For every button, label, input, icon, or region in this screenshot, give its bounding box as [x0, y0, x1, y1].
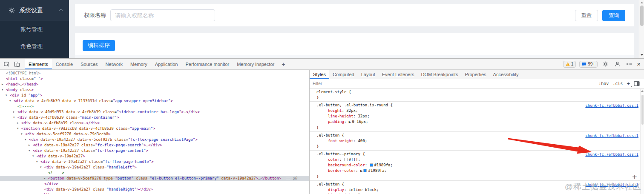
scroll-thumb[interactable] — [640, 6, 644, 26]
css-property[interactable]: ✓color: #fff; — [316, 157, 640, 163]
expander-open-icon[interactable]: ▾ — [36, 159, 38, 165]
expander-open-icon[interactable]: ▾ — [13, 115, 15, 120]
styles-tab-computed[interactable]: Computed — [329, 70, 358, 79]
edit-sort-button[interactable]: 编辑排序 — [83, 40, 115, 51]
expander-closed-icon[interactable]: ▸ — [17, 120, 19, 126]
dom-tree-row[interactable]: ▾<div data-v-19a42a27 class="fc-flex-pag… — [0, 148, 309, 154]
content-panel: 编辑排序 — [75, 33, 634, 58]
color-swatch[interactable] — [363, 169, 367, 172]
css-property[interactable]: font-weight: 400; — [316, 138, 640, 144]
expander-open-icon[interactable]: ▾ — [25, 137, 26, 143]
new-tool-plus-icon[interactable]: + — [278, 59, 288, 69]
dom-tree-row[interactable]: ▾<div data-v-5cef9276 data-v-79d3ccb8> — [0, 131, 309, 137]
devtools-toolbar: ElementsConsoleSourcesNetworkMemoryAppli… — [0, 59, 644, 70]
css-property[interactable]: line-height: 32px; — [316, 114, 640, 119]
expander-open-icon[interactable]: ▾ — [40, 165, 42, 170]
styles-scroll-thumb[interactable] — [641, 95, 644, 125]
dom-tree-row[interactable]: ▾<div data-v-4cfb8b39 data-v-7133631d cl… — [0, 98, 309, 104]
dom-tree-row[interactable]: ▾<div data-v-4cfb8b39 class="main-contai… — [0, 115, 309, 120]
new-style-rule-button[interactable]: + — [627, 80, 630, 87]
reset-button[interactable]: 重置 — [575, 10, 598, 21]
sidebar-item[interactable]: 账号管理 — [0, 21, 69, 38]
expander-open-icon[interactable]: ▾ — [2, 87, 3, 93]
add-rule-plus[interactable]: + — [632, 174, 637, 180]
styles-tab-event-listeners[interactable]: Event Listeners — [379, 70, 418, 79]
devtools-tab-performance-monitor[interactable]: Performance monitor — [181, 59, 233, 69]
styles-filter-input[interactable] — [313, 81, 595, 86]
sidebar-menu-system-settings[interactable]: 系统设置 — [0, 0, 69, 21]
inspect-element-icon[interactable] — [3, 60, 11, 68]
styles-tab-accessibility[interactable]: Accessibility — [490, 70, 522, 79]
css-property[interactable]: ✓border-color: ▶ #1989fa; — [316, 168, 640, 174]
dom-tree-row[interactable]: ▾<div data-v-19a42a27 data-v-5cef9276 cl… — [0, 137, 309, 143]
sidebar-items: 账号管理角色管理 — [0, 21, 69, 55]
settings-gear-icon[interactable] — [601, 60, 610, 68]
css-property[interactable]: padding: ▶ 0 16px; — [316, 119, 640, 125]
dock-sidebar-icon[interactable] — [634, 81, 640, 86]
permission-name-input[interactable] — [110, 9, 215, 21]
dom-tree-row[interactable]: <!----> — [0, 170, 309, 176]
dom-tree-row[interactable]: ▸<div data-v-19a42a27 class="fc-flex-pag… — [0, 143, 309, 148]
dom-tree-row[interactable]: </div> — [0, 181, 309, 187]
rule-selector: element.style { — [316, 89, 640, 95]
dom-tree-row[interactable]: ▸<div data-v-40d9d953 data-v-4cfb8b39 cl… — [0, 109, 309, 115]
profile-icon[interactable] — [613, 60, 621, 68]
devtools-tab-sources[interactable]: Sources — [77, 59, 101, 69]
expander-closed-icon[interactable]: ▸ — [44, 176, 46, 181]
devtools-tab-network[interactable]: Network — [102, 59, 126, 69]
expander-open-icon[interactable]: ▾ — [32, 154, 34, 159]
expander-closed-icon[interactable]: ▸ — [2, 82, 3, 87]
dom-tree-row[interactable]: ▾<div id="app"> — [0, 93, 309, 98]
color-swatch[interactable] — [344, 158, 348, 161]
expander-closed-icon[interactable]: ▸ — [29, 143, 30, 148]
expander-open-icon[interactable]: ▾ — [9, 98, 11, 104]
expander-open-icon[interactable]: ▾ — [21, 131, 23, 137]
page-scrollbar[interactable] — [639, 0, 644, 58]
dom-tree-row[interactable]: <html class=" "> — [0, 76, 309, 82]
dom-tree-row[interactable]: ▸<button data-v-5cef9276 type="button" c… — [0, 176, 309, 181]
toggle-hover-state-button[interactable]: :hov — [598, 81, 609, 86]
devtools-tab-application[interactable]: Application — [151, 59, 182, 69]
expand-value-icon[interactable]: ▶ — [360, 169, 364, 173]
dom-tree-row[interactable]: ▸<div data-v-4cfb8b39 class>…</div> — [0, 120, 309, 126]
dom-tree-row[interactable]: <div data-v-19a42a27 class="handleRight"… — [0, 187, 309, 192]
dom-tree-row[interactable]: ▾<section data-v-79d3ccb8 data-v-4cfb8b3… — [0, 126, 309, 131]
color-swatch[interactable] — [370, 163, 373, 167]
styles-tab-styles[interactable]: Styles — [310, 70, 329, 79]
expander-open-icon[interactable]: ▾ — [29, 148, 30, 154]
styles-tab-dom-breakpoints[interactable]: DOM Breakpoints — [418, 70, 462, 79]
message-badge[interactable]: 99+ — [579, 61, 598, 68]
warning-badge[interactable]: 1 — [563, 61, 576, 68]
devtools-tab-memory[interactable]: Memory — [126, 59, 151, 69]
toggle-class-button[interactable]: .cls — [612, 81, 623, 86]
sidebar-item[interactable]: 角色管理 — [0, 38, 69, 55]
styles-tab-properties[interactable]: Properties — [461, 70, 489, 79]
dom-tree-row[interactable]: </div> — [0, 192, 309, 194]
chevron-up-icon — [59, 9, 63, 13]
dom-tree-row[interactable]: <!DOCTYPE html> — [0, 71, 309, 76]
dom-tree-row[interactable]: <!----> — [0, 104, 309, 109]
close-icon[interactable]: × — [637, 61, 641, 67]
dom-tree-row[interactable]: ▸<head>…</head> — [0, 82, 309, 87]
styles-tab-layout[interactable]: Layout — [358, 70, 379, 79]
scroll-up-arrow[interactable] — [641, 2, 643, 3]
query-button[interactable]: 查询 — [602, 10, 625, 21]
expander-open-icon[interactable]: ▾ — [17, 126, 19, 131]
dom-tree-row[interactable]: ▾<div data-v-19a42a27 class="fc-flex-pag… — [0, 159, 309, 165]
device-toolbar-icon[interactable] — [13, 60, 21, 68]
devtools-tab-console[interactable]: Console — [52, 59, 77, 69]
styles-scroll-up-arrow[interactable] — [641, 90, 644, 92]
css-property[interactable]: height: 32px; — [316, 108, 640, 114]
css-property[interactable]: display: inline-block; — [316, 187, 640, 193]
css-property[interactable]: ✓background-color: #1989fa; — [316, 163, 640, 168]
scroll-down-arrow[interactable] — [641, 54, 643, 56]
dom-tree-row[interactable]: ▾<div data-v-19a42a27> — [0, 154, 309, 159]
devtools-tab-elements[interactable]: Elements — [25, 59, 52, 69]
expander-closed-icon[interactable]: ▸ — [13, 109, 15, 115]
dom-tree-row[interactable]: ▾<div data-v-19a42a27 class="handleLeft"… — [0, 165, 309, 170]
styles-scrollbar[interactable] — [640, 89, 644, 194]
devtools-tab-memory-inspector[interactable]: Memory Inspector — [233, 59, 278, 69]
more-options-icon[interactable] — [625, 60, 633, 68]
dom-tree-row[interactable]: ▾<body class> — [0, 87, 309, 93]
expander-open-icon[interactable]: ▾ — [6, 93, 7, 98]
